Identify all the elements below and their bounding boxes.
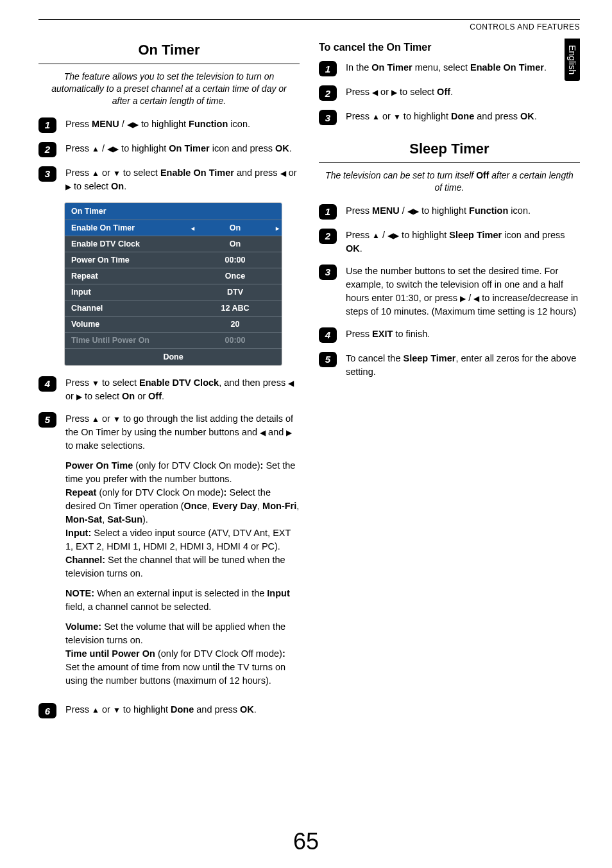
up-arrow-icon: ▲: [372, 112, 380, 123]
right-arrow-icon: ▶: [113, 144, 119, 155]
step: 6 Press ▲ or ▼ to highlight Done and pre…: [38, 703, 300, 718]
text: or: [135, 391, 148, 401]
text: Sleep Timer: [403, 353, 455, 363]
osd-label: Enable On Timer: [65, 220, 189, 236]
text: .: [534, 111, 537, 121]
step: 3 Press ▲ or ▼ to select Enable On Timer…: [38, 166, 300, 193]
up-arrow-icon: ▲: [92, 168, 99, 179]
text: Press: [65, 378, 92, 388]
text: Channel:: [65, 555, 105, 565]
step-number-icon: 3: [38, 166, 56, 182]
text: Every Day: [212, 501, 257, 511]
step-body: To cancel the Sleep Timer, enter all zer…: [346, 352, 580, 379]
osd-row: InputDTV: [65, 284, 282, 300]
osd-label: Enable DTV Clock: [65, 236, 189, 252]
section-title-on-timer: On Timer: [38, 38, 300, 64]
text: icon and press: [502, 230, 565, 240]
language-tab: English: [565, 39, 580, 81]
text: Done: [451, 111, 474, 121]
text: Power On Time: [65, 460, 133, 471]
osd-value: ◂On▸: [189, 220, 282, 236]
text: to highlight: [419, 205, 469, 216]
text: On: [122, 391, 135, 401]
step-number-icon: 2: [319, 85, 337, 101]
text: icon.: [508, 205, 531, 216]
osd-title: On Timer: [65, 203, 282, 220]
step-number-icon: 1: [319, 61, 337, 76]
osd-row: Volume20: [65, 316, 282, 332]
text: icon and press: [210, 143, 275, 153]
down-arrow-icon: ▼: [393, 112, 401, 123]
text: .: [124, 181, 126, 191]
text: to highlight: [401, 111, 451, 121]
text: Input: [267, 588, 289, 598]
text: and press: [474, 111, 520, 121]
text: Volume:: [65, 621, 101, 632]
osd-row: Enable DTV ClockOn: [65, 236, 282, 252]
osd-label: Input: [65, 284, 189, 300]
text: (only for DTV Clock On mode): [133, 460, 260, 471]
osd-panel: On Timer Enable On Timer ◂On▸ Enable DTV…: [64, 202, 282, 366]
text: /: [466, 293, 473, 303]
text: Off: [476, 170, 489, 180]
text: OK: [520, 111, 534, 121]
step-body: Press EXIT to finish.: [346, 327, 580, 341]
text: ).: [142, 514, 148, 525]
text: Press: [346, 329, 372, 339]
text: Time until Power On: [65, 648, 155, 659]
text: Function: [189, 119, 228, 129]
osd-value: On: [189, 236, 282, 252]
osd-row: RepeatOnce: [65, 268, 282, 284]
step: 2 Press ▲ / ◀▶ to highlight Sleep Timer …: [319, 229, 580, 256]
down-arrow-icon: ▼: [113, 705, 121, 716]
step-body: Press ▲ / ◀▶ to highlight On Timer icon …: [65, 142, 300, 155]
text: (only for DTV Clock On mode): [96, 487, 223, 498]
text: EXIT: [372, 329, 393, 339]
osd-row: Time Until Power On00:00: [65, 332, 282, 348]
text: Press: [346, 87, 372, 97]
step-number-icon: 2: [319, 229, 337, 244]
text: to finish.: [393, 329, 430, 339]
text: .: [360, 243, 362, 254]
step-number-icon: 6: [38, 703, 56, 718]
text: Sat-Sun: [107, 514, 142, 525]
step-body: Press ◀ or ▶ to select Off.: [346, 85, 580, 99]
step-number-icon: 1: [319, 204, 337, 220]
text: Once: [184, 501, 207, 511]
right-arrow-icon: ▶: [413, 206, 419, 217]
step-body: Press ▼ to select Enable DTV Clock, and …: [65, 376, 300, 403]
text: Mon-Fri: [262, 501, 296, 511]
step: 1 Press MENU / ◀▶ to highlight Function …: [319, 204, 580, 220]
text: to select: [99, 378, 139, 388]
left-arrow-icon: ◀: [387, 230, 393, 241]
step-number-icon: 2: [38, 142, 56, 157]
text: or: [99, 704, 113, 715]
text: or: [99, 168, 113, 178]
step: 2 Press ▲ / ◀▶ to highlight On Timer ico…: [38, 142, 300, 157]
text: When an external input is selected in th…: [94, 588, 267, 598]
left-arrow-icon: ◀: [288, 378, 294, 389]
up-arrow-icon: ▲: [92, 705, 99, 716]
text: On Timer: [169, 143, 209, 153]
step-number-icon: 3: [319, 110, 337, 125]
text: and press: [194, 704, 240, 715]
running-header: CONTROLS AND FEATURES: [38, 22, 580, 31]
osd-label: Volume: [65, 317, 189, 332]
text: or: [380, 111, 393, 121]
text: Input:: [65, 528, 91, 538]
step-number-icon: 1: [38, 117, 56, 133]
right-arrow-icon: ▸: [276, 224, 279, 231]
osd-value: 00:00: [189, 333, 282, 348]
step: 4 Press ▼ to select Enable DTV Clock, an…: [38, 376, 300, 403]
text: menu, select: [412, 62, 470, 73]
step-number-icon: 3: [319, 265, 337, 280]
step-body: Press MENU / ◀▶ to highlight Function ic…: [346, 204, 580, 218]
text: to select: [121, 168, 160, 178]
left-arrow-icon: ◀: [280, 168, 286, 179]
text: ,: [296, 501, 299, 511]
text: On Timer: [371, 62, 412, 73]
text: to highlight: [119, 143, 169, 153]
text: Mon-Sat: [65, 514, 102, 525]
text: Press: [346, 205, 372, 216]
text: to select: [82, 391, 122, 401]
